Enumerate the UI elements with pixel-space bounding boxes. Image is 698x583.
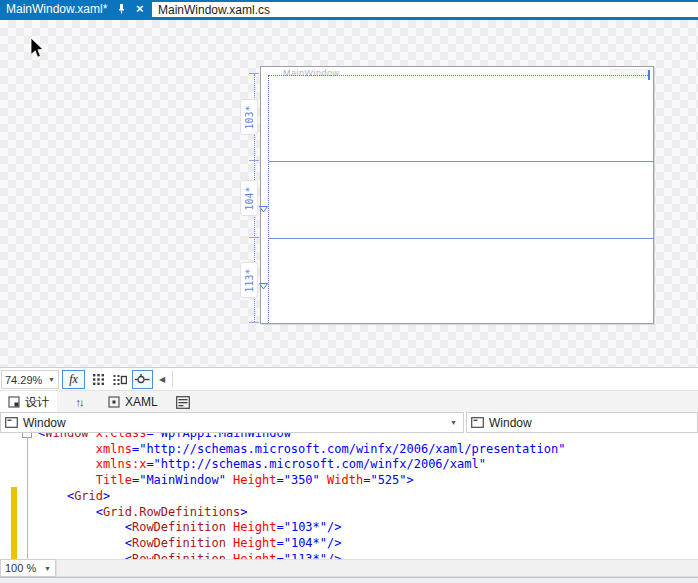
code-token: xmlns — [96, 442, 132, 456]
code-line[interactable]: <Grid> — [38, 489, 110, 504]
design-window-chrome-buttons — [610, 69, 648, 78]
snap-to-snaplines-button[interactable] — [132, 370, 153, 389]
snaplines-icon — [135, 374, 150, 385]
editor-zoom-combo[interactable]: 100 % ▼ — [0, 559, 56, 577]
code-token: = — [146, 457, 153, 471]
code-token: Height — [233, 552, 276, 559]
code-token — [226, 520, 233, 534]
code-token — [38, 442, 96, 456]
designer-canvas[interactable]: 103* 104* 113* MainWindow — [0, 20, 698, 367]
code-token: Title — [96, 473, 132, 487]
code-token: "WpfApp1.MainWindow" — [154, 433, 299, 440]
code-token: /> — [327, 520, 341, 534]
member-selector-dropdown[interactable]: Window — [466, 412, 698, 433]
code-token: x:Class — [96, 433, 147, 440]
snap-to-grid-button[interactable] — [110, 370, 130, 389]
code-token — [38, 520, 125, 534]
code-token: Grid — [74, 489, 103, 503]
code-line[interactable]: <RowDefinition Height="104*"/> — [38, 536, 342, 551]
code-token: "104*" — [284, 536, 327, 550]
code-token: = — [276, 520, 283, 534]
code-token: "525" — [370, 473, 406, 487]
grid-row-separator-1[interactable] — [269, 161, 654, 162]
code-token: = — [276, 536, 283, 550]
editor-zoom-value: 100 % — [5, 562, 36, 574]
code-line[interactable]: <RowDefinition Height="103*"/> — [38, 520, 342, 535]
code-token: /> — [327, 536, 341, 550]
code-token: = — [276, 552, 283, 559]
row-height-label-3[interactable]: 113* — [240, 262, 258, 298]
tab-mainwindow-xaml[interactable]: MainWindow.xaml* × — [0, 0, 152, 17]
swap-panes-button[interactable]: ↑↓ — [66, 391, 92, 413]
pin-icon[interactable] — [114, 2, 126, 15]
code-token — [226, 473, 233, 487]
code-token: /> — [327, 552, 341, 559]
split-view-toggle-button[interactable] — [174, 394, 192, 410]
code-token: "113*" — [284, 552, 327, 559]
grid-selection-adorner-top — [268, 75, 648, 76]
design-window-preview[interactable]: MainWindow — [260, 66, 654, 324]
code-token: "http://schemas.microsoft.com/winfx/2006… — [139, 442, 565, 456]
tab-label: MainWindow.xaml.cs — [158, 3, 270, 17]
code-line[interactable]: <Grid.RowDefinitions> — [38, 505, 248, 520]
design-tab-label: 设计 — [25, 394, 49, 411]
row-height-label-1[interactable]: 103* — [240, 99, 258, 135]
horizontal-scrollbar[interactable] — [56, 559, 698, 577]
design-view-icon — [8, 396, 20, 408]
type-selector-dropdown[interactable]: Window ▼ — [0, 412, 464, 433]
window-bottom-edge — [0, 577, 698, 583]
code-token — [38, 536, 125, 550]
code-token: "350" — [284, 473, 320, 487]
collapse-arrow-icon: ◀ — [159, 375, 165, 384]
code-token: RowDefinition — [132, 552, 226, 559]
tab-design-view[interactable]: 设计 — [0, 391, 57, 413]
grid-selection-adorner-left — [268, 75, 269, 323]
code-token: < — [96, 505, 103, 519]
code-token — [38, 457, 96, 471]
designer-zoom-combo[interactable]: 74.29% ▼ — [1, 370, 59, 389]
grid-dots-icon — [92, 373, 105, 386]
show-effects-button[interactable]: fx — [62, 370, 85, 389]
vs-editor-window: MainWindow.xaml* × MainWindow.xaml.cs — [0, 0, 698, 583]
code-token: Window — [45, 433, 88, 440]
tab-mainwindow-xaml-cs[interactable]: MainWindow.xaml.cs — [152, 0, 698, 17]
split-view-icon — [176, 396, 190, 409]
tab-xaml-view[interactable]: XAML — [100, 391, 166, 413]
row-separator-handle-icon[interactable] — [259, 202, 268, 216]
code-lines: <Window x:Class="WpfApp1.MainWindow" xml… — [0, 433, 698, 559]
code-line[interactable]: xmlns:x="http://schemas.microsoft.com/wi… — [38, 457, 486, 472]
window-element-icon — [471, 417, 484, 428]
code-token: RowDefinition — [132, 520, 226, 534]
chevron-down-icon: ▼ — [48, 376, 55, 383]
code-token: < — [125, 536, 132, 550]
snap-grid-icon — [113, 374, 127, 386]
grid-row-separator-2[interactable] — [269, 238, 654, 239]
collapse-toolbar-button[interactable]: ◀ — [156, 370, 168, 389]
code-line[interactable]: Title="MainWindow" Height="350" Width="5… — [38, 473, 414, 488]
code-token: > — [407, 473, 414, 487]
code-line[interactable]: <RowDefinition Height="113*"/> — [38, 552, 342, 559]
row-height-label-2[interactable]: 104* — [240, 180, 258, 216]
code-token: "103*" — [284, 520, 327, 534]
code-token: "MainWindow" — [139, 473, 226, 487]
ruler-tick — [249, 322, 259, 323]
row-separator-handle-icon[interactable] — [259, 279, 268, 293]
designer-toolbar: 74.29% ▼ fx — [0, 367, 698, 390]
show-snap-grid-button[interactable] — [88, 370, 108, 389]
row-height-text: 113* — [244, 268, 255, 292]
code-token — [89, 433, 96, 440]
grid-selection-adorner-end — [648, 70, 650, 80]
code-token: Width — [327, 473, 363, 487]
ruler-tick — [249, 160, 259, 161]
designer-zoom-value: 74.29% — [5, 374, 42, 386]
code-token: = — [146, 433, 153, 440]
toolbar-separator — [172, 371, 173, 387]
close-icon[interactable]: × — [134, 2, 146, 15]
code-token: RowDefinition — [132, 536, 226, 550]
xaml-code-editor[interactable]: <Window x:Class="WpfApp1.MainWindow" xml… — [0, 433, 698, 559]
code-token: Grid.RowDefinitions — [103, 505, 240, 519]
code-line[interactable]: xmlns="http://schemas.microsoft.com/winf… — [38, 442, 565, 457]
code-line[interactable]: <Window x:Class="WpfApp1.MainWindow" — [38, 433, 298, 441]
ruler-tick — [249, 237, 259, 238]
editor-navigation-bar: Window ▼ Window — [0, 412, 698, 433]
